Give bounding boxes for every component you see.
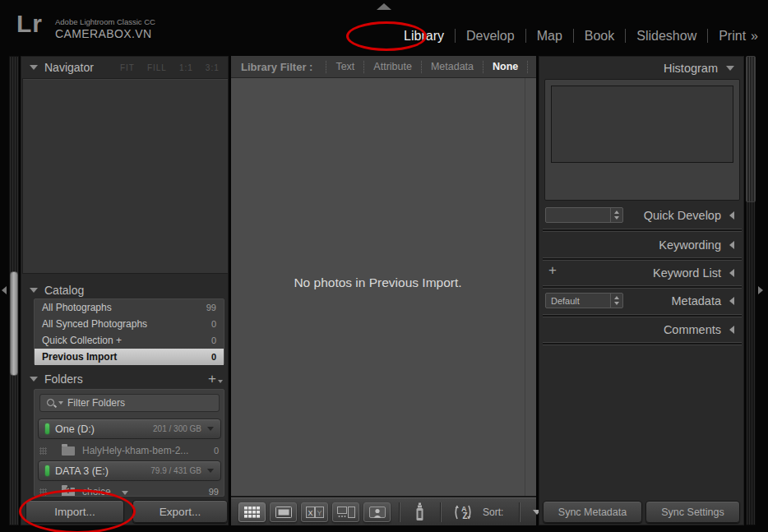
view-toolbar: XY AZ Sort: [231,497,536,525]
catalog-item-count: 99 [206,303,216,312]
toolbar-divider [519,502,520,522]
scroll-more-indicator-icon[interactable] [122,491,128,495]
content-scrollbar-track[interactable] [525,78,525,497]
identity-plate[interactable]: CAMERABOX.VN [55,27,152,40]
folder-icon [62,446,75,456]
add-keyword-icon[interactable]: + [548,262,557,279]
keywording-header[interactable]: Keywording [539,233,745,257]
survey-view-icon [337,507,355,518]
histogram-header[interactable]: Histogram [539,57,745,79]
lightroom-window: Lr Adobe Lightroom Classic CC CAMERABOX.… [0,0,768,532]
right-panel: Histogram Quick Develop Keywording + Key… [539,56,744,525]
disclosure-triangle-icon [30,65,38,70]
grid-content-area: No photos in Previous Import. [231,78,536,497]
folders-list: One (D:) 201 / 300 GB HalyHely-kham-bem-… [34,389,224,497]
sort-direction-button[interactable]: AZ [452,504,474,520]
stepper-arrows-icon[interactable] [610,208,622,222]
folders-title: Folders [44,372,83,386]
folder-grip-icon [39,488,47,496]
filter-option-text[interactable]: Text [326,61,363,72]
disclosure-triangle-icon [30,377,38,382]
app-title: Adobe Lightroom Classic CC [55,17,155,26]
tab-print[interactable]: Print» [719,29,758,44]
toolbar-divider [399,502,400,522]
painter-spray-can-icon [414,502,425,521]
filter-option-none[interactable]: None [483,61,527,72]
expand-right-panel-icon[interactable] [758,286,763,294]
collapse-section-icon [729,211,734,220]
folder-name: HalyHely-kham-bem-2... [82,445,214,456]
tab-map[interactable]: Map [537,29,562,44]
painter-tool-button[interactable] [414,502,425,521]
metadata-preset-selector[interactable]: Default [545,293,623,308]
export-button[interactable]: Export... [132,500,228,523]
stepper-arrows-icon[interactable] [610,294,622,308]
svg-text:X: X [308,508,312,516]
comments-header[interactable]: Comments [539,317,745,342]
grid-view-button[interactable] [238,502,266,522]
people-view-icon [369,507,386,518]
loupe-view-button[interactable] [270,502,297,522]
catalog-item-previous-import[interactable]: Previous Import 0 [35,349,224,365]
quick-develop-preset-stepper[interactable] [545,207,623,223]
collapse-left-panel-icon[interactable] [2,286,7,294]
catalog-item-all-photographs[interactable]: All Photographs 99 [35,299,224,316]
zoom-3-1[interactable]: 3:1 [206,63,220,72]
tab-slideshow[interactable]: Slideshow [636,29,696,44]
quick-develop-header[interactable]: Quick Develop [539,203,745,228]
zoom-fit[interactable]: FIT [120,63,135,72]
tab-develop[interactable]: Develop [466,29,515,44]
section-divider [543,342,742,345]
tab-book[interactable]: Book [585,29,614,44]
histogram-box[interactable] [544,79,740,201]
library-filter-label: Library Filter : [241,61,312,73]
folder-name: choice [82,486,209,497]
filter-folders-input[interactable] [67,397,219,409]
volume-row-data3-e[interactable]: DATA 3 (E:) 79.9 / 431 GB [38,460,221,481]
catalog-item-count: 0 [211,335,216,345]
module-divider [525,29,526,43]
tab-library[interactable]: Library [404,29,444,44]
volume-disclosure-icon[interactable] [207,427,214,431]
filter-folders-field[interactable] [39,394,220,412]
people-view-button[interactable] [363,502,391,522]
zoom-fill[interactable]: FILL [147,63,167,72]
sort-direction-icon: AZ [452,504,474,520]
volume-row-one-d[interactable]: One (D:) 201 / 300 GB [38,419,221,439]
sync-metadata-button[interactable]: Sync Metadata [543,501,642,523]
sync-settings-button[interactable]: Sync Settings [645,501,740,523]
metadata-title: Metadata [672,294,721,308]
left-scrollbar-thumb[interactable] [10,271,18,376]
metadata-header[interactable]: Default Metadata [539,289,745,313]
filter-option-metadata[interactable]: Metadata [422,61,483,72]
survey-view-button[interactable] [332,502,359,522]
module-picker: Library Develop Map Book Slideshow Print… [404,0,758,51]
keyword-list-title: Keyword List [653,266,721,280]
volume-capacity: 201 / 300 GB [153,424,201,433]
compare-view-button[interactable]: XY [301,502,328,522]
module-divider [707,29,708,43]
loupe-view-icon [275,507,292,518]
volume-disclosure-icon[interactable] [207,469,214,473]
keyword-list-header[interactable]: + Keyword List [539,261,745,285]
navigator-zoom-options: FIT FILL 1:1 3:1 [120,63,220,72]
collapse-section-icon [729,269,734,277]
chevron-right-icon: » [751,29,758,43]
folder-row-halyhely[interactable]: HalyHely-kham-bem-2... 0 [35,442,224,460]
filter-option-attribute[interactable]: Attribute [364,61,421,72]
navigator-header[interactable]: Navigator FIT FILL 1:1 3:1 [21,57,229,78]
compare-view-icon: XY [306,507,324,518]
add-folder-menu-icon[interactable] [218,380,223,383]
folder-row-choice[interactable]: ? choice 99 [35,483,224,497]
search-options-icon[interactable] [58,401,63,405]
add-folder-icon[interactable]: + [208,371,216,387]
zoom-1-1[interactable]: 1:1 [179,63,193,72]
catalog-item-all-synced[interactable]: All Synced Photographs 0 [35,316,224,332]
collapse-top-panel-icon[interactable] [377,3,391,10]
import-button[interactable]: Import... [25,500,124,523]
lightroom-logo: Lr [16,10,43,38]
right-scrollbar-thumb[interactable] [746,56,756,202]
catalog-item-quick-collection[interactable]: Quick Collection + 0 [35,332,224,349]
folders-header[interactable]: Folders + [21,369,229,389]
catalog-header[interactable]: Catalog [21,280,229,300]
